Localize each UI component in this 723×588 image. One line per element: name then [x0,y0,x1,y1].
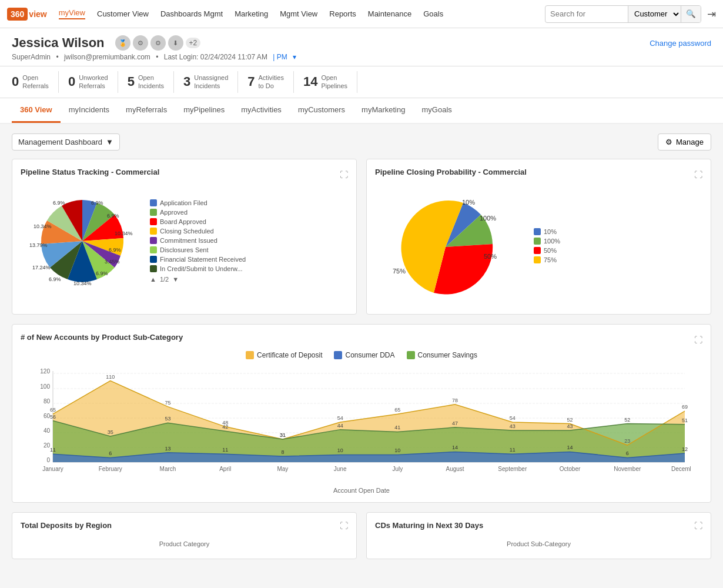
svg-text:43: 43 [567,423,573,429]
pipeline-closing-title: Pipeline Closing Probability - Commercia… [375,168,527,176]
cds-maturing-expand-icon[interactable]: ⛶ [694,521,702,536]
search-button[interactable]: 🔍 [681,6,701,22]
pm-toggle[interactable]: | PM ▾ [273,53,296,61]
user-role: SuperAdmin [12,53,51,61]
manage-button[interactable]: ⚙ Manage [658,133,711,151]
logo[interactable]: 360 view [7,8,47,21]
logo-view-text: view [29,9,46,19]
user-header: Jessica Wilson 🏅 ⚙ ⚙ ⬇ +2 Change passwor… [0,28,723,66]
total-deposits-card: Total Deposits by Region ⛶ Product Categ… [12,512,357,559]
stat-item-4: 7Activitiesto Do [238,71,294,93]
svg-text:3.45%: 3.45% [105,259,120,265]
pipeline-legend-item-7: In Credit/Submit to Underw... [150,265,246,272]
total-deposits-title: Total Deposits by Region [21,521,112,530]
svg-text:52: 52 [567,416,573,422]
tab-mymarketing[interactable]: myMarketing [353,98,413,123]
logo-360: 360 [7,8,28,21]
tab-myincidents[interactable]: myIncidents [61,98,118,123]
pipeline-legend-item-0: Application Filed [150,199,246,206]
stat-item-1: 0UnworkedReferrals [59,71,118,93]
search-bar: Customer 🔍 [545,5,701,23]
svg-text:6.9%: 6.9% [91,200,103,206]
tab-myactivities[interactable]: myActivities [233,98,290,123]
svg-text:100: 100 [40,383,50,390]
tab-mycustomers[interactable]: myCustomers [290,98,353,123]
pipeline-status-expand-icon[interactable]: ⛶ [340,170,348,179]
svg-text:6.9%: 6.9% [53,200,65,206]
badge-plus: +2 [186,38,201,48]
change-password-link[interactable]: Change password [650,39,711,48]
svg-text:10.34%: 10.34% [73,280,92,286]
nav-customer-view[interactable]: Customer View [97,9,149,18]
total-deposits-expand-icon[interactable]: ⛶ [340,521,348,536]
svg-text:65: 65 [50,407,56,413]
total-deposits-subtitle: Product Category [21,540,348,547]
gear-icon: ⚙ [665,138,672,146]
svg-text:43: 43 [510,423,516,429]
pipeline-legend-item-5: Disclosures Sent [150,246,246,253]
legend-next-icon[interactable]: ▼ [172,276,179,283]
charts-row: Pipeline Status Tracking - Commercial ⛶ [12,159,711,315]
pipeline-closing-legend: 10%100%50%75% [534,228,560,266]
nav-myview[interactable]: myView [59,8,85,19]
nav-goals[interactable]: Goals [423,9,443,18]
cds-maturing-title: CDs Maturing in Next 30 Days [375,521,483,530]
tab-360-view[interactable]: 360 View [12,98,61,123]
separator-1: • [56,53,58,61]
last-login: Last Login: 02/24/2024 11:07 AM [164,53,267,61]
tab-mypipelines[interactable]: myPipelines [175,98,233,123]
svg-text:53: 53 [165,416,170,422]
pipeline-status-card: Pipeline Status Tracking - Commercial ⛶ [12,159,357,315]
pipeline-closing-expand-icon[interactable]: ⛶ [694,170,702,179]
svg-text:42: 42 [222,424,228,430]
pipeline-status-legend: Application FiledApprovedBoard ApprovedC… [150,199,246,283]
svg-text:56: 56 [50,413,56,419]
nav-mgmt-view[interactable]: Mgmt View [280,9,317,18]
pipeline-legend-item-4: Commitment Issued [150,237,246,244]
bottom-row: Total Deposits by Region ⛶ Product Categ… [12,512,711,559]
svg-text:78: 78 [452,397,458,403]
badge-1: 🏅 [115,35,130,51]
new-accounts-title: # of New Accounts by Product Sub-Categor… [21,333,183,342]
svg-text:44: 44 [337,422,343,428]
search-type-select[interactable]: Customer [628,6,681,22]
stat-item-0: 0OpenReferrals [12,71,59,93]
svg-text:51: 51 [682,417,688,423]
tab-mygoals[interactable]: myGoals [413,98,460,123]
svg-text:14: 14 [452,445,458,450]
logout-button[interactable]: ⇥ [707,8,716,21]
svg-text:January: January [42,466,63,472]
svg-text:10%: 10% [462,199,475,206]
svg-text:11: 11 [50,447,56,453]
nav-dashboards-mgmt[interactable]: Dashboards Mgmt [160,9,223,18]
legend-prev-icon[interactable]: ▲ [150,276,156,283]
svg-text:11: 11 [222,447,228,453]
closing-legend-item-1: 100% [534,238,560,245]
svg-text:40: 40 [43,427,51,434]
pipeline-closing-card: Pipeline Closing Probability - Commercia… [366,159,711,315]
nav-marketing[interactable]: Marketing [235,9,268,18]
svg-text:October: October [560,466,581,472]
new-accounts-expand-icon[interactable]: ⛶ [694,335,702,345]
tab-myreferrals[interactable]: myReferrals [118,98,175,123]
svg-text:65: 65 [394,407,400,413]
svg-text:6.9%: 6.9% [96,270,108,276]
closing-legend-item-0: 10% [534,228,560,235]
search-input[interactable] [545,9,628,18]
dashboard-selector[interactable]: Management Dashboard ▼ [12,133,120,151]
pipeline-status-title: Pipeline Status Tracking - Commercial [21,168,159,176]
svg-text:March: March [160,466,176,472]
user-badges: 🏅 ⚙ ⚙ ⬇ +2 [115,35,201,51]
user-info: SuperAdmin • jwilson@premiumbank.com • L… [12,53,711,61]
svg-text:6.9%: 6.9% [109,247,121,253]
svg-text:0: 0 [46,457,50,463]
manage-label: Manage [676,138,704,146]
nav-maintenance[interactable]: Maintenance [368,9,411,18]
badge-2: ⚙ [133,35,148,51]
nav-reports[interactable]: Reports [329,9,356,18]
svg-text:13: 13 [165,445,170,451]
svg-text:February: February [99,466,122,472]
badge-3: ⚙ [150,35,166,51]
pipeline-status-pie-area: 6.9% 6.9% 10.34% 6.9% 3.45% 6.9% 10.34% … [21,182,348,300]
svg-text:May: May [277,466,288,472]
